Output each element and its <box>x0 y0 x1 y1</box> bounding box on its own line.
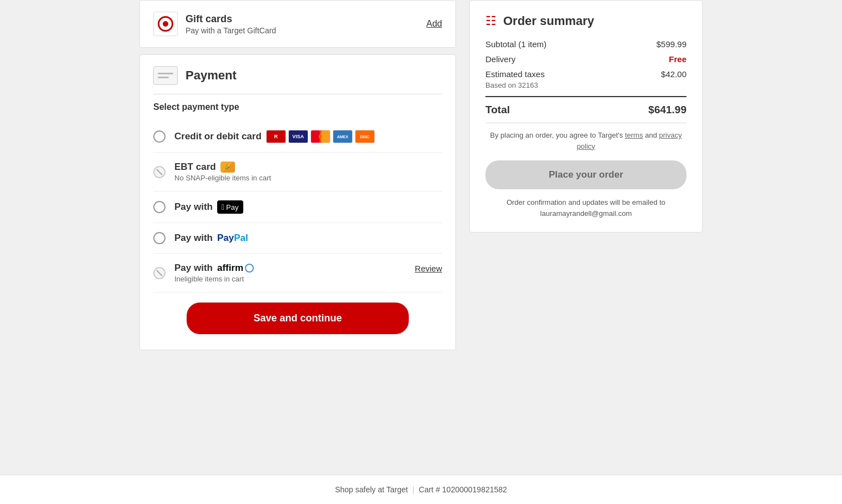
payment-option-ebt: EBT card 🌽 No SNAP-eligible items in car… <box>153 153 442 191</box>
gift-card-subtitle: Pay with a Target GiftCard <box>186 26 276 35</box>
radio-credit[interactable] <box>153 130 166 143</box>
card-logos: R VISA AMEX DISC <box>266 130 375 143</box>
paypal-pal-text: Pal <box>234 233 248 244</box>
credit-label: Credit or debit card <box>174 131 262 142</box>
subtotal-value: $599.99 <box>656 39 686 49</box>
affirm-pay-label: Pay with <box>174 263 213 274</box>
paypal-label: Pay with <box>174 233 213 244</box>
place-order-button[interactable]: Place your order <box>485 160 686 189</box>
ebt-label-row: EBT card 🌽 <box>174 162 271 173</box>
select-payment-type-label: Select payment type <box>153 102 442 112</box>
taxes-note: Based on 32163 <box>485 81 686 89</box>
apple-pay-content: Pay with  Pay <box>174 200 442 214</box>
subtotal-label: Subtotal (1 item) <box>485 39 547 49</box>
radio-paypal[interactable] <box>153 232 166 244</box>
payment-card-icon <box>153 66 178 85</box>
discover-logo: DISC <box>355 130 375 143</box>
taxes-row: Estimated taxes $42.00 <box>485 69 686 79</box>
order-summary-title: Order summary <box>503 14 594 28</box>
payment-option-affirm: Pay with affirm Review Ineligible items … <box>153 254 442 293</box>
order-summary: ☷ Order summary Subtotal (1 item) $599.9… <box>469 0 703 233</box>
target-icon <box>153 12 178 36</box>
payment-header: Payment <box>153 66 442 85</box>
subtotal-row: Subtotal (1 item) $599.99 <box>485 39 686 49</box>
taxes-value: $42.00 <box>661 69 686 79</box>
payment-option-apple-pay: Pay with  Pay <box>153 191 442 223</box>
affirm-circle <box>245 264 254 273</box>
order-summary-header: ☷ Order summary <box>485 14 686 28</box>
gift-card-title: Gift cards <box>186 13 276 25</box>
gift-card-section: Gift cards Pay with a Target GiftCard Ad… <box>139 0 456 48</box>
card-line-1 <box>158 73 173 74</box>
target-inner <box>163 21 168 27</box>
payment-option-paypal: Pay with PayPal <box>153 223 442 254</box>
taxes-label: Estimated taxes <box>485 69 545 79</box>
card-lines <box>158 73 173 78</box>
ebt-option-content: EBT card 🌽 No SNAP-eligible items in car… <box>174 162 271 182</box>
apple-pay-label: Pay with <box>174 201 213 213</box>
delivery-value: Free <box>669 54 686 64</box>
affirm-text: affirm <box>217 263 243 274</box>
delivery-label: Delivery <box>485 54 515 64</box>
paypal-badge: PayPal <box>217 233 248 244</box>
gift-card-info: Gift cards Pay with a Target GiftCard <box>186 13 276 35</box>
legal-text: By placing an order, you agree to Target… <box>485 130 686 152</box>
radio-affirm[interactable] <box>153 267 166 279</box>
add-gift-card-link[interactable]: Add <box>427 19 442 29</box>
total-label: Total <box>485 104 510 116</box>
affirm-row: Pay with affirm Review <box>174 263 442 274</box>
ebt-subtitle: No SNAP-eligible items in cart <box>174 174 271 182</box>
confirm-email: lauramayrandell@gmail.com <box>485 208 686 219</box>
payment-option-credit: Credit or debit card R VISA AMEX D <box>153 121 442 153</box>
left-column: Gift cards Pay with a Target GiftCard Ad… <box>139 0 456 350</box>
target-logo <box>158 16 173 32</box>
apple-pay-badge:  Pay <box>217 200 243 214</box>
payment-divider <box>153 94 442 94</box>
mastercard-logo <box>310 130 330 143</box>
delivery-row: Delivery Free <box>485 54 686 64</box>
amex-logo: AMEX <box>333 130 353 143</box>
affirm-subtitle: Ineligible items in cart <box>174 275 442 283</box>
card-line-2 <box>158 77 169 78</box>
ebt-label: EBT card <box>174 162 216 173</box>
affirm-label-group: Pay with affirm <box>174 263 254 274</box>
radio-apple-pay[interactable] <box>153 201 166 213</box>
radio-ebt[interactable] <box>153 166 166 178</box>
total-divider <box>485 96 686 97</box>
footer-shop-text: Shop safely at Target <box>335 485 408 494</box>
terms-link[interactable]: terms <box>625 131 643 139</box>
affirm-badge: affirm <box>217 263 254 274</box>
confirm-text-prefix: Order confirmation and updates will be e… <box>507 198 665 206</box>
save-btn-container: Save and continue <box>153 303 442 334</box>
visa-logo: VISA <box>288 130 308 143</box>
affirm-review-link[interactable]: Review <box>415 264 442 273</box>
ebt-badge: 🌽 <box>220 162 235 173</box>
total-value: $641.99 <box>648 104 686 116</box>
paypal-pay-text: Pay <box>217 233 234 244</box>
save-continue-button[interactable]: Save and continue <box>187 303 409 334</box>
apple-icon:  <box>222 203 224 211</box>
gift-card-left: Gift cards Pay with a Target GiftCard <box>153 12 276 36</box>
credit-option-content: Credit or debit card R VISA AMEX D <box>174 130 442 143</box>
total-row: Total $641.99 <box>485 104 686 116</box>
summary-divider <box>485 123 686 123</box>
footer: Shop safely at Target | Cart # 102000019… <box>0 475 842 504</box>
summary-icon: ☷ <box>485 14 497 28</box>
paypal-content: Pay with PayPal <box>174 233 442 244</box>
footer-separator: | <box>412 485 414 494</box>
apple-pay-text: Pay <box>226 203 238 211</box>
affirm-content: Pay with affirm Review Ineligible items … <box>174 263 442 283</box>
confirm-text: Order confirmation and updates will be e… <box>485 197 686 219</box>
redcard-logo: R <box>266 130 286 143</box>
payment-title: Payment <box>186 68 237 83</box>
right-column: ☷ Order summary Subtotal (1 item) $599.9… <box>469 0 703 233</box>
footer-cart-text: Cart # 102000019821582 <box>419 485 507 494</box>
payment-section: Payment Select payment type Credit or de… <box>139 54 456 350</box>
